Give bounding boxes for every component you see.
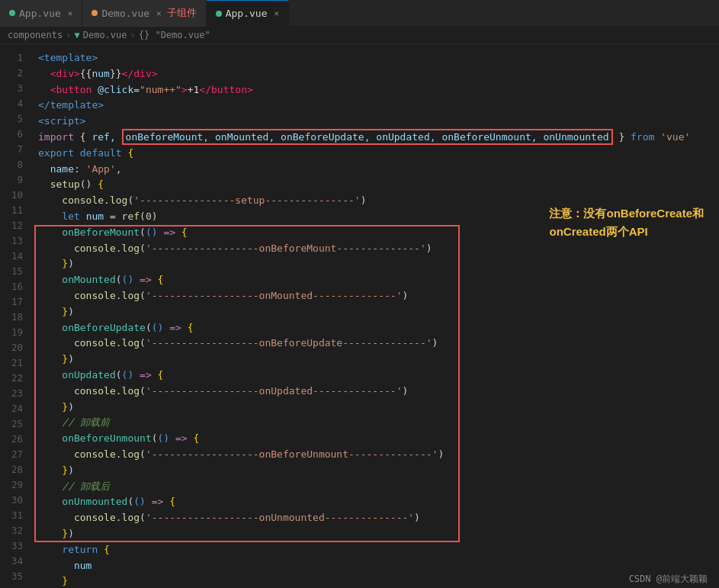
breadcrumb-demo: Demo.vue	[83, 30, 127, 40]
annotation-line2: onCreated两个API	[549, 223, 704, 241]
breadcrumb-vue-indicator: ▼	[74, 30, 79, 40]
code-line-18: onBeforeUpdate(() => {	[38, 320, 719, 336]
tab-label: Demo.vue	[101, 8, 149, 19]
code-editor[interactable]: <template> <div>{{num}}</div> <button @c…	[30, 44, 719, 586]
annotation-line1: 注意：没有onBeforeCreate和	[549, 204, 704, 223]
code-line-27: })	[38, 463, 719, 479]
code-line-16: console.log('------------------onMounted…	[38, 288, 719, 304]
code-line-25: onBeforeUnmount(() => {	[38, 431, 719, 447]
code-line-28: // 卸载后	[38, 479, 719, 495]
code-line-8: name: 'App',	[38, 162, 719, 178]
code-line-29: onUnmounted(() => {	[38, 494, 719, 510]
bottom-bar-text: CSDN @前端大颖颖	[629, 574, 708, 584]
code-line-2: <div>{{num}}</div>	[38, 66, 719, 82]
annotation-box: 注意：没有onBeforeCreate和 onCreated两个API	[549, 204, 704, 241]
code-line-5: <script>	[38, 114, 719, 130]
vue-dot-icon	[9, 10, 15, 16]
code-line-23: })	[38, 400, 719, 416]
code-line-24: // 卸载前	[38, 415, 719, 431]
code-line-30: console.log('------------------onUnmount…	[38, 510, 719, 526]
tab-app-vue-main[interactable]: App.vue ✕	[207, 0, 289, 27]
breadcrumb-sep: ›	[66, 30, 71, 40]
code-line-32: return {	[38, 542, 719, 558]
code-line-1: <template>	[38, 50, 719, 66]
code-area: 1234 5678 9101112 13141516 17181920 2122…	[0, 44, 719, 586]
code-line-20: })	[38, 352, 719, 368]
tab-label: App.vue	[226, 8, 268, 19]
tab-label: App.vue	[19, 8, 61, 19]
code-line-14: })	[38, 256, 719, 272]
tab-app-vue-1[interactable]: App.vue ✕	[0, 0, 82, 27]
code-line-19: console.log('------------------onBeforeU…	[38, 336, 719, 352]
code-line-31: })	[38, 526, 719, 542]
vue-dot-icon	[216, 11, 222, 17]
code-line-13: console.log('------------------onBeforeM…	[38, 241, 719, 257]
bottom-bar: CSDN @前端大颖颖	[618, 570, 719, 588]
tab-bar: App.vue ✕ Demo.vue ✕ 子组件 App.vue ✕	[0, 0, 719, 27]
code-line-26: console.log('------------------onBeforeU…	[38, 447, 719, 463]
code-line-9: setup() {	[38, 177, 719, 193]
code-line-22: console.log('------------------onUpdated…	[38, 384, 719, 400]
code-line-3: <button @click="num++">+1</button>	[38, 82, 719, 98]
code-line-21: onUpdated(() => {	[38, 368, 719, 384]
code-line-15: onMounted(() => {	[38, 272, 719, 288]
code-line-4: </template>	[38, 98, 719, 114]
line-numbers: 1234 5678 9101112 13141516 17181920 2122…	[0, 44, 30, 586]
close-icon[interactable]: ✕	[156, 8, 162, 18]
breadcrumb: components › ▼ Demo.vue › {} "Demo.vue"	[0, 27, 719, 44]
code-line-6: import { ref, onBeforeMount, onMounted, …	[38, 130, 719, 146]
title-overlay-tab: 子组件	[167, 6, 197, 20]
code-line-17: })	[38, 304, 719, 320]
vue-dot-icon	[91, 10, 98, 16]
code-line-7: export default {	[38, 146, 719, 162]
breadcrumb-fn: {} "Demo.vue"	[139, 30, 210, 40]
close-icon[interactable]: ✕	[274, 8, 279, 18]
breadcrumb-sep2: ›	[130, 30, 136, 40]
breadcrumb-components: components	[8, 30, 63, 40]
lifecycle-block-container: onBeforeMount(() => { console.log('-----…	[38, 225, 719, 542]
close-icon[interactable]: ✕	[68, 8, 73, 18]
tab-demo-vue[interactable]: Demo.vue ✕ 子组件	[82, 0, 206, 27]
